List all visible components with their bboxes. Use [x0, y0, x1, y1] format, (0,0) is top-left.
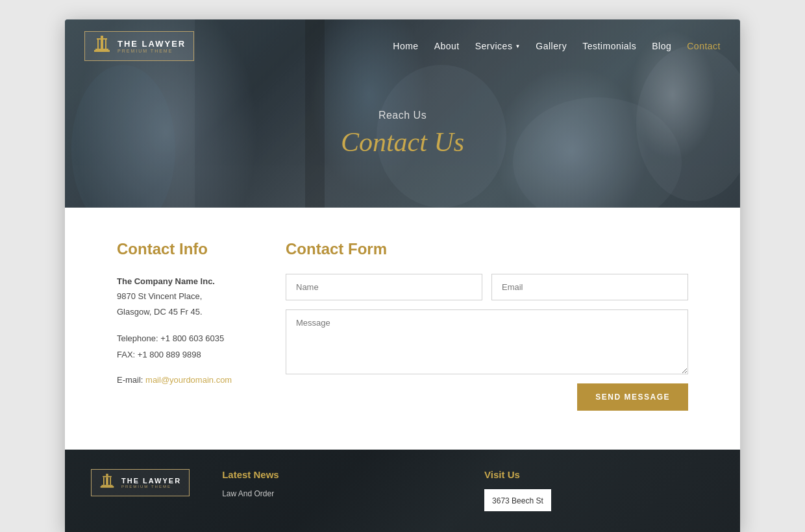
hero-title: Contact Us	[341, 127, 464, 158]
logo-text: THE LAWYER PREMIUM THEME	[118, 39, 186, 53]
svg-rect-12	[94, 50, 110, 52]
footer-logo[interactable]: THE LAWYER PREMIUM THEME	[91, 469, 190, 496]
contact-info: Contact Info The Company Name Inc. 9870 …	[117, 240, 247, 411]
svg-rect-11	[95, 49, 108, 50]
nav-link-testimonials[interactable]: Testimonials	[582, 41, 636, 51]
logo-subtitle: PREMIUM THEME	[118, 49, 186, 53]
footer-news-heading: Latest News	[222, 469, 452, 480]
hero-subtitle: Reach Us	[378, 110, 427, 121]
nav-item-home[interactable]: Home	[393, 40, 418, 52]
footer-address-box: 3673 Beech St	[484, 489, 551, 511]
svg-rect-7	[97, 38, 107, 40]
svg-rect-9	[105, 40, 106, 49]
footer-address-text: 3673 Beech St	[492, 496, 543, 505]
nav-item-services[interactable]: Services ▼	[475, 41, 521, 51]
nav-link-blog[interactable]: Blog	[652, 41, 671, 51]
browser-window: THE LAWYER PREMIUM THEME Home About Serv…	[65, 19, 740, 532]
svg-rect-19	[101, 486, 114, 488]
contact-info-heading: Contact Info	[117, 240, 247, 258]
contact-address: The Company Name Inc. 9870 St Vincent Pl…	[117, 274, 247, 319]
address-line1: 9870 St Vincent Place,	[117, 291, 202, 301]
name-input[interactable]	[286, 274, 482, 300]
contact-phone: Telephone: +1 800 603 6035 FAX: +1 800 8…	[117, 331, 247, 363]
nav-item-gallery[interactable]: Gallery	[536, 40, 567, 52]
footer-logo-title: THE LAWYER	[121, 477, 181, 485]
services-dropdown-arrow: ▼	[515, 43, 520, 49]
contact-email: E-mail: mail@yourdomain.com	[117, 375, 247, 385]
hero-content: Reach Us Contact Us	[65, 73, 740, 208]
footer: THE LAWYER PREMIUM THEME Latest News Law…	[65, 450, 740, 532]
logo-icon	[93, 36, 111, 56]
svg-rect-14	[103, 476, 112, 478]
svg-rect-8	[97, 40, 99, 49]
email-label: E-mail:	[117, 375, 145, 385]
nav-links: Home About Services ▼ Gallery Testimonia…	[393, 40, 721, 52]
nav-link-home[interactable]: Home	[393, 41, 418, 51]
nav-item-about[interactable]: About	[434, 40, 460, 52]
form-row-name-email	[286, 274, 688, 300]
fax: FAX: +1 800 889 9898	[117, 347, 247, 363]
svg-rect-10	[101, 40, 103, 49]
svg-rect-6	[101, 36, 103, 38]
svg-rect-16	[110, 477, 111, 485]
company-name: The Company Name Inc.	[117, 276, 215, 286]
contact-form-section: Contact Form SEND MESSAGE	[286, 240, 688, 411]
nav-item-contact[interactable]: Contact	[687, 40, 721, 52]
svg-rect-17	[106, 477, 108, 485]
logo-title: THE LAWYER	[118, 39, 186, 49]
logo[interactable]: THE LAWYER PREMIUM THEME	[84, 31, 194, 61]
svg-rect-15	[103, 477, 105, 485]
navbar: THE LAWYER PREMIUM THEME Home About Serv…	[65, 19, 740, 73]
footer-visit: Visit Us 3673 Beech St	[484, 469, 714, 511]
form-submit-row: SEND MESSAGE	[286, 383, 688, 411]
footer-news-item: Law And Order	[222, 489, 452, 498]
footer-logo-text: THE LAWYER PREMIUM THEME	[121, 477, 181, 489]
address-line2: Glasgow, DC 45 Fr 45.	[117, 307, 203, 317]
footer-news: Latest News Law And Order	[222, 469, 452, 498]
nav-item-blog[interactable]: Blog	[652, 40, 671, 52]
message-textarea[interactable]	[286, 309, 688, 374]
email-link[interactable]: mail@yourdomain.com	[145, 375, 232, 385]
contact-form-heading: Contact Form	[286, 240, 688, 258]
nav-link-about[interactable]: About	[434, 41, 460, 51]
svg-rect-13	[106, 474, 108, 476]
footer-logo-icon	[99, 474, 115, 492]
nav-link-services[interactable]: Services	[475, 41, 513, 51]
contact-section: Contact Info The Company Name Inc. 9870 …	[65, 208, 740, 450]
telephone: Telephone: +1 800 603 6035	[117, 331, 247, 347]
footer-logo-subtitle: PREMIUM THEME	[121, 485, 181, 489]
email-input[interactable]	[491, 274, 688, 300]
svg-rect-18	[101, 485, 112, 486]
nav-item-testimonials[interactable]: Testimonials	[582, 40, 636, 52]
send-message-button[interactable]: SEND MESSAGE	[577, 383, 688, 411]
nav-link-gallery[interactable]: Gallery	[536, 41, 567, 51]
nav-link-contact[interactable]: Contact	[687, 41, 721, 51]
footer-visit-heading: Visit Us	[484, 469, 714, 480]
hero-section: THE LAWYER PREMIUM THEME Home About Serv…	[65, 19, 740, 208]
